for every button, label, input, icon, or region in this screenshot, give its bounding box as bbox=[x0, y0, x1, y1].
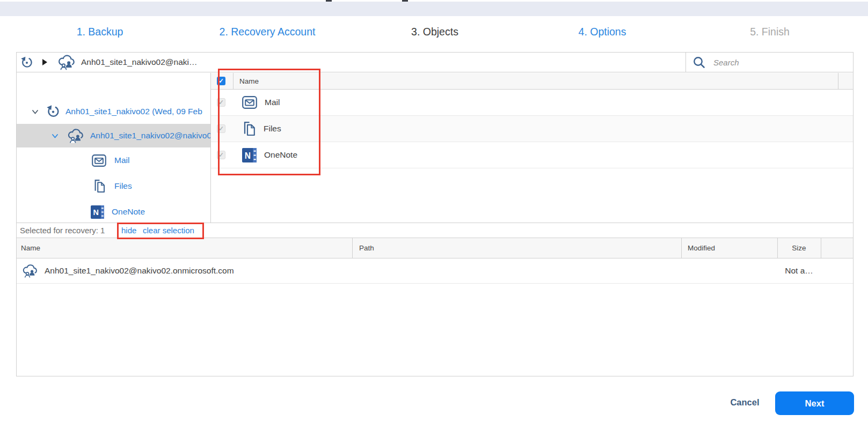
onenote-icon: N bbox=[242, 148, 257, 162]
column-divider bbox=[821, 238, 821, 258]
cancel-button[interactable]: Cancel bbox=[719, 397, 770, 408]
tree-item-account-selected[interactable]: Anh01_site1_nakivo02@nakivo02.onmicrosof… bbox=[17, 124, 210, 147]
step-recovery-account[interactable]: 2. Recovery Account bbox=[184, 26, 351, 38]
tree-item-backup[interactable]: Anh01_site1_nakivo02 (Wed, 09 Feb bbox=[17, 100, 210, 123]
objects-browser: Anh01_site1_nakivo02@naki… bbox=[16, 52, 854, 376]
cropped-text-artifact bbox=[326, 0, 332, 2]
chevron-down-icon[interactable] bbox=[32, 108, 39, 115]
selected-item-size: Not a… bbox=[777, 266, 821, 276]
mail-icon bbox=[92, 154, 106, 167]
objects-row-label: Mail bbox=[265, 98, 280, 107]
step-options[interactable]: 4. Options bbox=[519, 26, 686, 38]
check-icon: ✓ bbox=[218, 78, 224, 84]
selection-bar: Selected for recovery: 1 hide clear sele… bbox=[17, 223, 853, 238]
column-divider bbox=[681, 238, 682, 258]
step-backup[interactable]: 1. Backup bbox=[16, 26, 184, 38]
column-header-name[interactable]: Name bbox=[21, 238, 40, 258]
mail-icon bbox=[242, 96, 257, 109]
svg-text:N: N bbox=[93, 208, 98, 217]
recovery-point-icon bbox=[20, 56, 33, 71]
objects-name-column-header[interactable]: Name bbox=[239, 77, 259, 85]
column-divider bbox=[777, 238, 778, 258]
wizard-steps: 1. Backup 2. Recovery Account 3. Objects… bbox=[16, 26, 854, 38]
check-icon: ✓ bbox=[218, 125, 224, 132]
objects-table-header: ✓ Name bbox=[211, 73, 853, 90]
step-finish: 5. Finish bbox=[686, 26, 854, 38]
cropped-title-band bbox=[0, 2, 868, 16]
account-icon bbox=[67, 128, 84, 144]
column-divider bbox=[233, 73, 234, 89]
row-checkbox-disabled: ✓ bbox=[217, 98, 225, 107]
onenote-icon: N bbox=[91, 205, 104, 219]
breadcrumb[interactable]: Anh01_site1_nakivo02@naki… bbox=[81, 53, 198, 72]
tree-item-label: OneNote bbox=[112, 207, 145, 217]
svg-text:N: N bbox=[245, 151, 251, 160]
account-icon bbox=[22, 264, 38, 278]
tree-item-label: Anh01_site1_nakivo02@nakivo02.onmicrosof… bbox=[90, 131, 210, 140]
objects-row-files[interactable]: ✓ Files bbox=[211, 116, 853, 142]
recovery-point-icon bbox=[46, 105, 60, 119]
column-header-size[interactable]: Size bbox=[777, 238, 821, 258]
clear-selection-link[interactable]: clear selection bbox=[143, 226, 194, 235]
column-header-modified[interactable]: Modified bbox=[688, 238, 715, 258]
files-icon bbox=[242, 121, 256, 136]
account-icon bbox=[57, 54, 75, 73]
chevron-down-icon[interactable] bbox=[52, 132, 59, 139]
selected-for-recovery-label: Selected for recovery: 1 bbox=[20, 226, 105, 235]
objects-row-label: Files bbox=[264, 124, 281, 134]
tree-item-label: Mail bbox=[114, 156, 129, 165]
tree-item-label: Anh01_site1_nakivo02 (Wed, 09 Feb bbox=[65, 107, 202, 116]
tree-item-label: Files bbox=[114, 181, 132, 191]
hide-link[interactable]: hide bbox=[121, 226, 136, 235]
files-icon bbox=[93, 179, 106, 193]
column-divider bbox=[352, 238, 353, 258]
search-input[interactable] bbox=[712, 57, 853, 68]
selected-table-row[interactable]: Anh01_site1_nakivo02@nakivo02.onmicrosof… bbox=[17, 258, 853, 284]
tree-item-onenote[interactable]: N OneNote bbox=[17, 200, 210, 223]
row-checkbox-disabled: ✓ bbox=[217, 124, 225, 133]
check-icon: ✓ bbox=[218, 152, 224, 158]
search-box bbox=[685, 53, 853, 72]
select-all-checkbox[interactable]: ✓ bbox=[217, 77, 225, 85]
browser-toolbar: Anh01_site1_nakivo02@naki… bbox=[17, 53, 853, 72]
backup-tree-panel: Anh01_site1_nakivo02 (Wed, 09 Feb Anh01_… bbox=[17, 73, 211, 223]
step-objects-current[interactable]: 3. Objects bbox=[351, 26, 519, 38]
objects-row-onenote[interactable]: ✓ N OneNote bbox=[211, 142, 853, 168]
objects-row-mail[interactable]: ✓ Mail bbox=[211, 90, 853, 116]
tree-item-files[interactable]: Files bbox=[17, 174, 210, 198]
cropped-text-artifact bbox=[402, 0, 408, 2]
objects-row-label: OneNote bbox=[264, 150, 297, 160]
check-icon: ✓ bbox=[218, 99, 224, 106]
column-header-path[interactable]: Path bbox=[359, 238, 374, 258]
selected-table-header: Name Path Modified Size bbox=[17, 238, 853, 258]
recovery-wizard-screen: 1. Backup 2. Recovery Account 3. Objects… bbox=[0, 0, 868, 429]
selected-item-name: Anh01_site1_nakivo02@nakivo02.onmicrosof… bbox=[45, 266, 234, 276]
tree-item-mail[interactable]: Mail bbox=[17, 149, 210, 172]
next-button[interactable]: Next bbox=[775, 391, 854, 415]
row-checkbox-disabled: ✓ bbox=[217, 151, 225, 159]
column-divider bbox=[838, 73, 838, 89]
search-icon bbox=[692, 56, 706, 69]
expand-arrow-icon[interactable] bbox=[42, 59, 47, 65]
